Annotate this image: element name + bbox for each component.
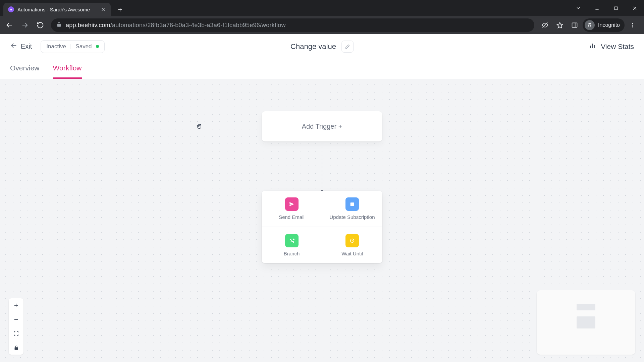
side-panel-icon[interactable] — [568, 18, 581, 32]
svg-rect-20 — [351, 202, 354, 203]
action-label: Branch — [284, 251, 300, 256]
back-arrow-icon — [10, 42, 17, 51]
url-path: /automations/28fb3a76-b0a3-4e3b-a3a6-f1f… — [110, 22, 286, 28]
browser-tab-strip: ● Automations - Sarah's Awesome ✕ ＋ — [0, 0, 644, 16]
title-center: Change value — [290, 41, 354, 53]
exit-button[interactable]: Exit — [10, 42, 32, 51]
tab-search-button[interactable] — [569, 1, 588, 15]
browser-tab[interactable]: ● Automations - Sarah's Awesome ✕ — [3, 3, 111, 16]
saved-dot-icon — [96, 45, 99, 48]
address-bar[interactable]: app.beehiiv.com/automations/28fb3a76-b0a… — [51, 18, 534, 32]
close-window-button[interactable] — [625, 1, 644, 15]
page-tabs: Overview Workflow — [0, 59, 644, 79]
action-branch[interactable]: Branch — [262, 227, 322, 263]
app-header: Exit Inactive | Saved Change value View … — [0, 34, 644, 59]
browser-menu-button[interactable] — [626, 18, 639, 32]
action-update-subscription[interactable]: Update Subscription — [322, 191, 382, 227]
zoom-out-button[interactable] — [9, 312, 23, 326]
close-tab-icon[interactable]: ✕ — [100, 6, 106, 13]
view-stats-label: View Stats — [601, 43, 634, 51]
reload-button[interactable] — [34, 18, 47, 32]
action-label: Send Email — [279, 214, 305, 220]
actions-picker: Send Email Update Subscription Branch Wa… — [262, 191, 382, 263]
svg-point-12 — [632, 23, 633, 24]
pipe-divider: | — [70, 43, 71, 50]
exit-label: Exit — [21, 43, 32, 50]
automation-title: Change value — [290, 42, 336, 51]
add-trigger-node[interactable]: Add Trigger + — [262, 111, 382, 141]
tab-workflow[interactable]: Workflow — [53, 64, 82, 79]
url-text: app.beehiiv.com/automations/28fb3a76-b0a… — [66, 22, 286, 29]
new-tab-button[interactable]: ＋ — [114, 3, 126, 15]
favicon-icon: ● — [8, 6, 14, 12]
shuffle-icon — [285, 234, 299, 247]
lock-icon — [56, 22, 62, 28]
status-inactive: Inactive — [46, 43, 66, 50]
clock-icon — [345, 234, 359, 247]
minimize-button[interactable] — [588, 1, 606, 15]
svg-point-14 — [632, 26, 633, 27]
status-saved: Saved — [75, 43, 92, 50]
svg-rect-8 — [572, 23, 577, 27]
calendar-icon — [345, 197, 359, 211]
action-label: Update Subscription — [329, 214, 375, 220]
nav-forward-button[interactable] — [18, 18, 32, 32]
toolbar-right: Incognito — [538, 18, 641, 32]
app-page: Exit Inactive | Saved Change value View … — [0, 34, 644, 362]
browser-toolbar: app.beehiiv.com/automations/28fb3a76-b0a… — [0, 16, 644, 34]
maximize-button[interactable] — [606, 1, 625, 15]
zoom-in-button[interactable] — [9, 298, 23, 312]
tracking-protection-icon[interactable] — [538, 18, 552, 32]
incognito-indicator[interactable]: Incognito — [583, 18, 625, 32]
url-host: app.beehiiv.com — [66, 22, 110, 28]
lock-canvas-button[interactable] — [9, 341, 23, 355]
edit-title-button[interactable] — [341, 41, 354, 53]
edge-line — [322, 141, 322, 191]
minimap[interactable] — [537, 290, 635, 355]
incognito-label: Incognito — [598, 22, 620, 28]
grab-cursor-icon — [196, 123, 203, 131]
svg-marker-7 — [557, 22, 563, 28]
workflow-canvas[interactable]: Add Trigger + Send Email Update Subscrip… — [0, 79, 644, 362]
svg-point-13 — [632, 25, 633, 26]
zoom-controls — [9, 298, 23, 355]
minimap-node — [577, 304, 595, 310]
bookmark-star-icon[interactable] — [553, 18, 567, 32]
status-pill: Inactive | Saved — [41, 40, 104, 53]
tab-title: Automations - Sarah's Awesome — [17, 7, 97, 12]
fit-view-button[interactable] — [9, 326, 23, 341]
send-icon — [285, 197, 299, 211]
nav-back-button[interactable] — [3, 18, 16, 32]
action-send-email[interactable]: Send Email — [262, 191, 322, 227]
svg-rect-1 — [614, 7, 618, 10]
action-label: Wait Until — [341, 251, 363, 256]
svg-point-11 — [590, 25, 592, 27]
view-stats-button[interactable]: View Stats — [589, 42, 634, 51]
incognito-icon — [585, 20, 595, 30]
bar-chart-icon — [589, 42, 597, 51]
window-controls — [569, 0, 644, 16]
tab-overview[interactable]: Overview — [10, 64, 40, 79]
add-trigger-label: Add Trigger + — [302, 123, 342, 130]
action-wait-until[interactable]: Wait Until — [322, 227, 382, 263]
svg-point-10 — [588, 25, 590, 27]
minimap-node — [577, 316, 595, 328]
